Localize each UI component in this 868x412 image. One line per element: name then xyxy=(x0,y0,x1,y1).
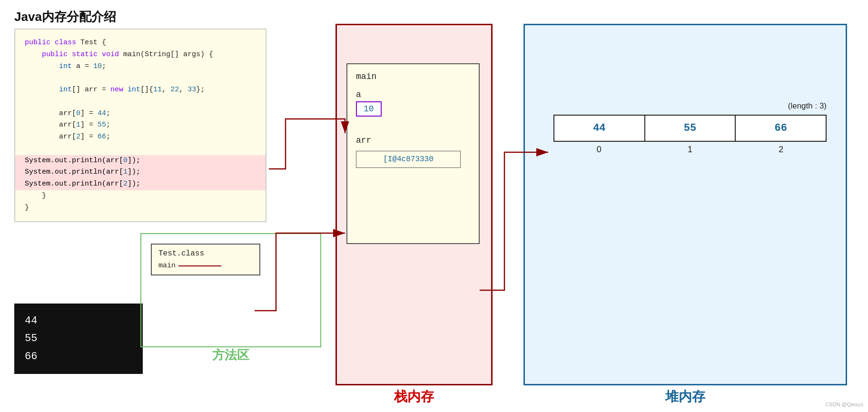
array-container: (length : 3) 44 55 66 0 1 2 xyxy=(553,101,827,155)
method-area-inner: Test.class main xyxy=(151,244,260,275)
code-line-8: arr[1] = 55; xyxy=(25,119,256,131)
console-line-1: 44 xyxy=(25,312,132,330)
code-line-15: } xyxy=(25,202,256,214)
code-line-14: } xyxy=(25,190,256,202)
method-area: Test.class main 方法区 xyxy=(140,233,321,347)
console-line-2: 55 xyxy=(25,330,132,347)
code-line-3: int a = 10; xyxy=(25,61,256,73)
method-arrow-line xyxy=(178,265,221,266)
code-line-6 xyxy=(25,96,256,108)
arr-label: arr xyxy=(356,136,470,145)
array-cells: 44 55 66 xyxy=(553,115,827,142)
method-area-label: 方法区 xyxy=(212,347,249,363)
code-line-9: arr[2] = 66; xyxy=(25,131,256,143)
stack-label: 栈内存 xyxy=(394,388,434,406)
stack-frame: main a 10 arr [I@4c873330 xyxy=(346,63,480,244)
console-line-3: 66 xyxy=(25,348,132,365)
frame-title: main xyxy=(356,72,470,81)
code-line-10 xyxy=(25,143,256,155)
array-index-0: 0 xyxy=(553,145,644,155)
code-line-13: System.out.println(arr[2]); xyxy=(15,178,266,190)
code-line-5: int[] arr = new int[]{11, 22, 33}; xyxy=(25,84,256,96)
array-cell-1: 55 xyxy=(645,116,736,141)
code-line-12: System.out.println(arr[1]); xyxy=(15,167,266,178)
main-method-label: main xyxy=(158,262,176,270)
var-a-label: a xyxy=(356,90,470,99)
var-a-box: 10 xyxy=(356,101,382,117)
code-block: public class Test { public static void m… xyxy=(14,29,266,222)
array-indices: 0 1 2 xyxy=(553,145,827,155)
code-line-2: public static void main(String[] args) { xyxy=(25,49,256,61)
code-line-1: public class Test { xyxy=(25,37,256,49)
heap-label: 堆内存 xyxy=(665,388,705,406)
array-index-2: 2 xyxy=(736,145,827,155)
array-index-1: 1 xyxy=(644,145,735,155)
array-cell-0: 44 xyxy=(554,116,645,141)
code-line-11: System.out.println(arr[0]); xyxy=(15,155,266,167)
array-cell-2: 66 xyxy=(736,116,826,141)
heap-area: (length : 3) 44 55 66 0 1 2 堆内存 xyxy=(523,24,847,385)
watermark: CSDN @Qiesco xyxy=(825,402,863,407)
stack-area: main a 10 arr [I@4c873330 栈内存 xyxy=(335,24,493,385)
main-row: main xyxy=(158,262,253,270)
arr-ref-box: [I@4c873330 xyxy=(356,151,461,168)
class-name-label: Test.class xyxy=(158,249,253,258)
page-title: Java内存分配介绍 xyxy=(14,9,116,25)
console-output: 44 55 66 xyxy=(14,304,143,374)
code-line-4 xyxy=(25,72,256,84)
array-length-label: (length : 3) xyxy=(553,101,827,111)
code-to-stack-arrow xyxy=(269,119,345,169)
code-line-7: arr[0] = 44; xyxy=(25,108,256,120)
